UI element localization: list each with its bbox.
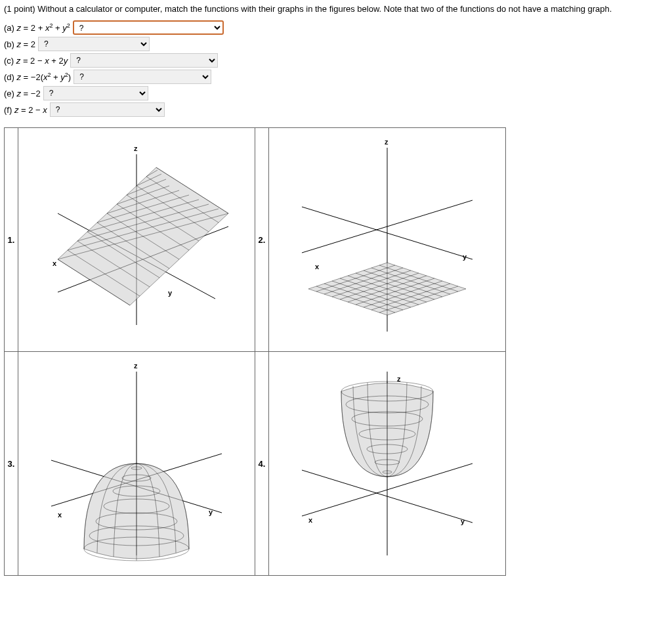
svg-text:x: x xyxy=(52,259,57,267)
item-c-row: (c) z = 2 − x + 2y ? xyxy=(4,53,668,68)
item-a-label: (a) z = 2 + x2 + y2 xyxy=(4,22,70,33)
item-f-select[interactable]: ? xyxy=(50,102,165,117)
svg-text:y: y xyxy=(461,517,465,525)
figure-3-graph: z x y xyxy=(18,352,255,576)
item-d-label: (d) z = −2(x2 + y2) xyxy=(4,72,71,82)
item-f-label: (f) z = 2 − x xyxy=(4,105,47,115)
figure-1-graph: z x y xyxy=(18,128,255,352)
figure-4-number: 4. xyxy=(255,352,269,576)
item-e-label: (e) z = −2 xyxy=(4,89,41,98)
svg-text:y: y xyxy=(168,289,173,297)
svg-text:x: x xyxy=(315,263,320,270)
item-d-row: (d) z = −2(x2 + y2) ? xyxy=(4,70,668,84)
figures-table: 1. z x y xyxy=(4,127,506,576)
item-e-row: (e) z = −2 ? xyxy=(4,86,668,100)
svg-text:z: z xyxy=(134,362,138,370)
svg-text:x: x xyxy=(58,511,62,519)
svg-text:z: z xyxy=(134,144,138,152)
item-a-select[interactable]: ? xyxy=(73,20,224,35)
svg-text:y: y xyxy=(463,253,467,261)
figure-4-graph: z x y xyxy=(269,352,506,576)
figure-2-graph: z x y xyxy=(269,128,506,352)
item-b-label: (b) z = 2 xyxy=(4,39,35,49)
figure-3-number: 3. xyxy=(5,352,18,576)
item-b-select[interactable]: ? xyxy=(38,37,150,51)
item-c-select[interactable]: ? xyxy=(70,53,218,68)
item-d-select[interactable]: ? xyxy=(74,70,211,84)
svg-text:y: y xyxy=(209,508,213,516)
svg-text:x: x xyxy=(308,516,313,524)
item-f-row: (f) z = 2 − x ? xyxy=(4,102,668,117)
svg-text:z: z xyxy=(385,138,388,146)
figure-1-number: 1. xyxy=(5,128,18,352)
item-c-label: (c) z = 2 − x + 2y xyxy=(4,56,68,66)
item-b-row: (b) z = 2 ? xyxy=(4,37,668,51)
figure-2-number: 2. xyxy=(255,128,269,352)
item-a-row: (a) z = 2 + x2 + y2 ? xyxy=(4,20,668,35)
item-e-select[interactable]: ? xyxy=(43,86,148,100)
question-text: (1 point) Without a calculator or comput… xyxy=(4,4,668,14)
